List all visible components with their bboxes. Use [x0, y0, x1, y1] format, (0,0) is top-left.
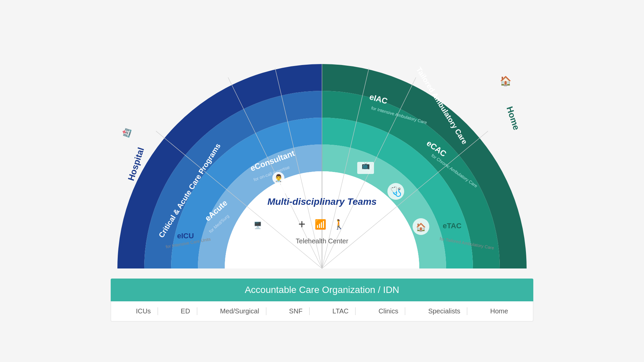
svg-text:Telehealth Center: Telehealth Center	[296, 237, 348, 245]
bottom-bar: Accountable Care Organization / IDN ICUs…	[111, 279, 533, 321]
svg-rect-33	[272, 185, 285, 195]
svg-text:eTAC: eTAC	[443, 222, 462, 230]
diagram-container: Hospital 🏥 Critical & Acute Care Program…	[104, 41, 540, 275]
categories-bar: ICUsEDMed/SurgicalSNFLTACClinicsSpeciali…	[111, 301, 533, 321]
svg-text:eICU: eICU	[177, 232, 194, 240]
svg-text:Multi-disciplinary Teams: Multi-disciplinary Teams	[267, 196, 377, 207]
svg-text:Home: Home	[504, 105, 522, 131]
category-item: LTAC	[326, 307, 356, 315]
category-item: Home	[484, 307, 515, 315]
category-item: Med/Surgical	[213, 307, 266, 315]
category-item: ED	[174, 307, 197, 315]
category-item: Specialists	[422, 307, 468, 315]
svg-text:🚶: 🚶	[333, 219, 345, 230]
svg-text:👨‍⚕️: 👨‍⚕️	[274, 174, 283, 183]
svg-text:📶: 📶	[315, 219, 326, 230]
svg-text:🏥: 🏥	[121, 127, 132, 138]
category-item: SNF	[282, 307, 310, 315]
svg-text:+: +	[298, 217, 305, 231]
category-item: Clinics	[372, 307, 406, 315]
svg-text:📺: 📺	[362, 162, 370, 170]
svg-text:🩺: 🩺	[390, 186, 402, 197]
svg-text:🖥️: 🖥️	[254, 221, 262, 229]
svg-text:🏠: 🏠	[500, 75, 512, 86]
main-container: Hospital 🏥 Critical & Acute Care Program…	[87, 41, 557, 321]
aco-label: Accountable Care Organization / IDN	[111, 279, 533, 301]
category-item: ICUs	[129, 307, 158, 315]
svg-text:🏠: 🏠	[416, 222, 426, 232]
